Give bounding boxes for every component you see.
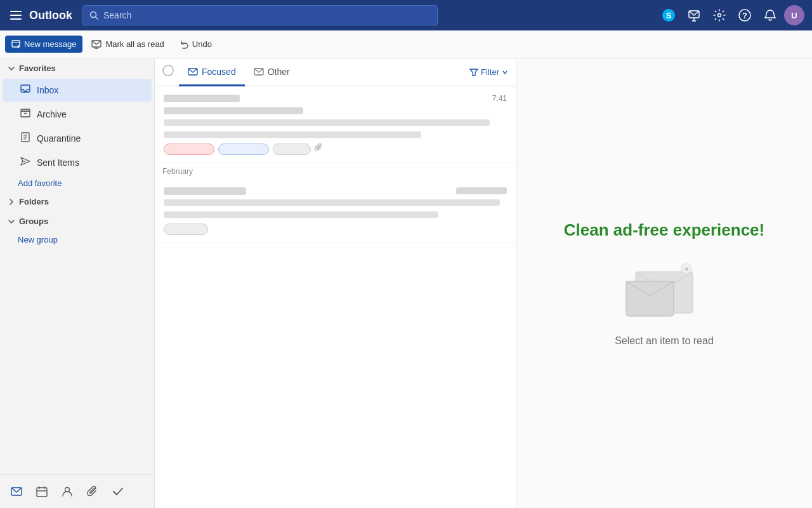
other-tab-label: Other xyxy=(268,67,290,77)
main-layout: Favorites Inbox Archive xyxy=(0,58,812,508)
feedback-icon xyxy=(688,9,700,22)
add-favorite-link[interactable]: Add favorite xyxy=(0,175,154,192)
email-list-panel: Focused Other Filter xyxy=(155,58,516,508)
filter-chevron-icon xyxy=(502,69,508,76)
feedback-icon-btn[interactable] xyxy=(683,4,705,27)
quarantine-label: Quarantine xyxy=(37,133,81,144)
app-logo: Outlook xyxy=(29,9,72,22)
calendar-nav-btn[interactable] xyxy=(30,480,53,503)
sidebar: Favorites Inbox Archive xyxy=(0,58,155,508)
search-bar[interactable]: Search xyxy=(82,5,438,25)
sidebar-item-inbox[interactable]: Inbox xyxy=(3,79,152,102)
groups-header[interactable]: Groups xyxy=(0,211,154,231)
menu-hamburger[interactable] xyxy=(8,8,24,22)
email-time-1: 7:41 xyxy=(492,94,507,103)
email-subject-1 xyxy=(164,105,507,115)
chevron-right-icon xyxy=(8,198,15,206)
chevron-down-icon xyxy=(8,65,15,72)
svg-rect-28 xyxy=(37,488,47,497)
notifications-icon-btn[interactable] xyxy=(759,4,782,27)
calendar-bottom-icon xyxy=(36,486,48,497)
people-nav-btn[interactable] xyxy=(56,480,79,503)
groups-label: Groups xyxy=(19,217,48,226)
topbar-icons: S ? xyxy=(657,4,804,27)
undo-label: Undo xyxy=(192,39,212,49)
search-placeholder: Search xyxy=(103,10,131,20)
filter-label: Filter xyxy=(481,67,499,77)
svg-text:★: ★ xyxy=(684,265,690,272)
email-tag-red-1 xyxy=(164,144,214,155)
email-tag-blue-1 xyxy=(218,144,269,155)
user-avatar[interactable]: U xyxy=(784,5,804,25)
svg-point-33 xyxy=(163,65,173,76)
attachment-icon xyxy=(315,144,322,151)
svg-point-7 xyxy=(718,14,721,17)
filter-icon xyxy=(469,68,478,77)
help-icon-btn[interactable]: ? xyxy=(733,4,756,27)
quarantine-icon xyxy=(20,132,30,145)
tab-focused[interactable]: Focused xyxy=(179,58,245,86)
folders-header[interactable]: Folders xyxy=(0,192,154,211)
favorites-header[interactable]: Favorites xyxy=(0,58,154,78)
svg-text:?: ? xyxy=(742,11,747,20)
tasks-nav-btn[interactable] xyxy=(107,480,129,503)
svg-marker-36 xyxy=(470,69,478,76)
tab-other[interactable]: Other xyxy=(245,58,299,86)
mark-read-icon xyxy=(91,39,102,50)
sidebar-item-sent[interactable]: Sent Items xyxy=(3,151,152,174)
filter-button[interactable]: Filter xyxy=(469,67,508,77)
email-tags-2 xyxy=(164,224,507,235)
bell-icon xyxy=(764,9,776,22)
search-icon xyxy=(89,11,98,20)
inbox-tab-bar: Focused Other Filter xyxy=(155,58,516,86)
new-message-button[interactable]: New message xyxy=(5,36,82,53)
settings-icon-btn[interactable] xyxy=(708,4,731,27)
undo-button[interactable]: Undo xyxy=(173,36,218,53)
sidebar-item-archive[interactable]: Archive xyxy=(3,103,152,126)
envelope-illustration: ★ xyxy=(623,253,705,323)
email-card-2[interactable] xyxy=(155,180,516,243)
svg-rect-18 xyxy=(21,111,30,117)
focused-tab-icon xyxy=(188,67,198,77)
select-all-check[interactable] xyxy=(162,65,174,79)
svg-line-1 xyxy=(96,17,98,20)
svg-rect-38 xyxy=(626,281,674,316)
promo-text: Clean ad-free experience! xyxy=(564,220,764,240)
checkmark-bottom-icon xyxy=(112,486,124,497)
email-tag-neutral-1 xyxy=(273,144,311,155)
skype-icon-btn[interactable]: S xyxy=(657,4,680,27)
inbox-icon xyxy=(20,84,30,97)
archive-label: Archive xyxy=(37,109,67,119)
circle-check-icon xyxy=(162,65,174,76)
email-preview-1 xyxy=(164,117,507,140)
actionbar: New message Mark all as read Undo xyxy=(0,30,812,58)
reading-pane: Clean ad-free experience! ★ Select an it… xyxy=(516,58,812,508)
svg-text:S: S xyxy=(666,11,672,20)
other-tab-icon xyxy=(254,67,264,77)
undo-icon xyxy=(180,40,188,49)
svg-rect-19 xyxy=(21,109,30,111)
new-message-label: New message xyxy=(24,39,76,49)
mark-all-read-button[interactable]: Mark all as read xyxy=(85,36,170,53)
skype-icon: S xyxy=(662,8,676,22)
sent-items-label: Sent Items xyxy=(37,157,79,168)
sidebar-bottom-nav xyxy=(0,474,154,508)
compose-icon xyxy=(11,40,20,49)
paperclip-bottom-icon xyxy=(87,486,98,497)
email-tags-1 xyxy=(164,144,507,155)
topbar: Outlook Search S xyxy=(0,0,812,30)
email-tag-neutral-2 xyxy=(164,224,208,235)
new-group-link[interactable]: New group xyxy=(0,231,154,248)
mail-bottom-icon xyxy=(11,486,22,497)
sent-icon xyxy=(20,156,30,169)
svg-line-12 xyxy=(18,45,19,46)
email-card-1[interactable]: 7:41 xyxy=(155,86,516,163)
favorites-label: Favorites xyxy=(19,64,56,73)
files-nav-btn[interactable] xyxy=(81,480,104,503)
help-icon: ? xyxy=(738,9,751,22)
people-bottom-icon xyxy=(62,486,73,497)
focused-tab-label: Focused xyxy=(202,67,236,77)
mail-nav-btn[interactable] xyxy=(5,480,28,503)
sidebar-item-quarantine[interactable]: Quarantine xyxy=(3,127,152,150)
select-item-text: Select an item to read xyxy=(615,335,714,347)
